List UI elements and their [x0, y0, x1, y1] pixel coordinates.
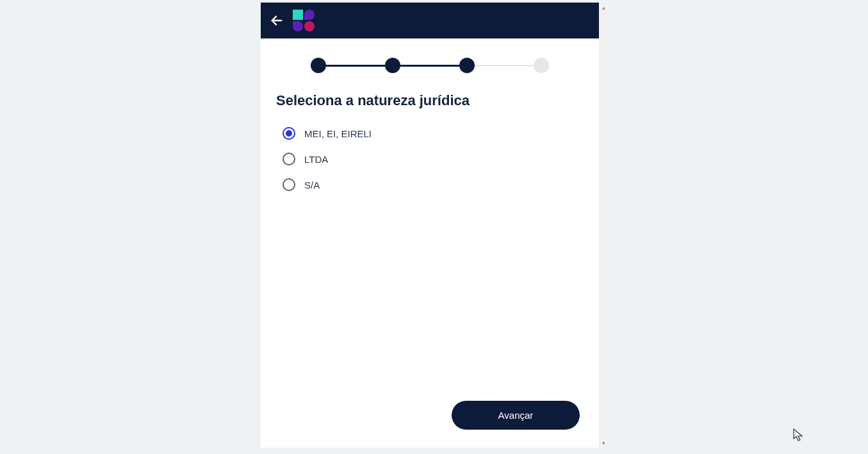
arrow-left-icon: [270, 13, 284, 28]
cursor-icon: [793, 428, 805, 442]
form-footer: Avançar: [261, 401, 599, 448]
step-4-dot: [534, 58, 549, 73]
progress-stepper: [276, 54, 584, 92]
step-connector: [326, 65, 385, 67]
app-logo: [293, 10, 315, 31]
radio-label: MEI, EI, EIRELI: [304, 128, 372, 139]
scrollbar[interactable]: ▴ ▾: [599, 3, 609, 448]
form-content: Seleciona a natureza jurídica MEI, EI, E…: [261, 38, 599, 401]
form-panel: Seleciona a natureza jurídica MEI, EI, E…: [261, 3, 599, 448]
radio-indicator: [283, 178, 295, 191]
header-bar: [261, 3, 599, 38]
radio-option-mei[interactable]: MEI, EI, EIRELI: [283, 127, 584, 140]
radio-label: LTDA: [304, 154, 328, 165]
step-1-dot: [311, 58, 326, 73]
back-button[interactable]: [267, 11, 286, 30]
radio-option-ltda[interactable]: LTDA: [283, 153, 584, 165]
step-3-dot: [459, 58, 475, 73]
radio-option-sa[interactable]: S/A: [283, 178, 584, 191]
radio-indicator: [283, 153, 295, 165]
question-title: Seleciona a natureza jurídica: [276, 92, 584, 109]
radio-label: S/A: [304, 180, 320, 190]
scroll-down-icon[interactable]: ▾: [599, 438, 609, 448]
next-button[interactable]: Avançar: [452, 401, 580, 430]
radio-group: MEI, EI, EIRELI LTDA S/A: [276, 127, 584, 191]
step-connector: [400, 65, 459, 67]
radio-indicator: [283, 127, 295, 140]
scroll-up-icon[interactable]: ▴: [599, 3, 609, 12]
step-2-dot: [385, 58, 400, 73]
step-connector: [475, 65, 534, 66]
